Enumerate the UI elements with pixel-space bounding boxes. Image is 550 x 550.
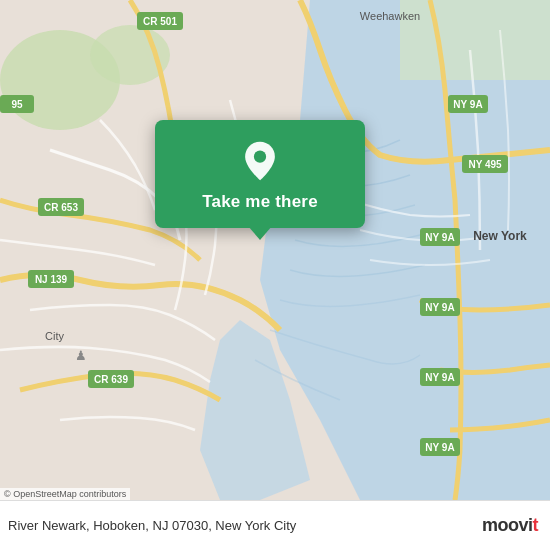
svg-point-32 xyxy=(254,151,266,163)
svg-text:NY 495: NY 495 xyxy=(468,159,502,170)
popup-card: Take me there xyxy=(155,120,365,228)
svg-text:Weehawken: Weehawken xyxy=(360,10,420,22)
svg-text:CR 501: CR 501 xyxy=(143,16,177,27)
location-pin-icon xyxy=(239,140,281,182)
svg-text:NY 9A: NY 9A xyxy=(425,302,454,313)
svg-text:City: City xyxy=(45,330,64,342)
svg-rect-5 xyxy=(400,0,550,80)
svg-text:♟: ♟ xyxy=(75,348,87,363)
address-text: River Newark, Hoboken, NJ 07030, New Yor… xyxy=(8,518,482,533)
svg-text:NJ 139: NJ 139 xyxy=(35,274,68,285)
osm-credit: © OpenStreetMap contributors xyxy=(0,488,130,500)
map-container: CR 501 95 CR 653 NJ 139 CR 639 NY 495 NY… xyxy=(0,0,550,500)
svg-text:95: 95 xyxy=(11,99,23,110)
svg-text:NY 9A: NY 9A xyxy=(453,99,482,110)
svg-text:New York: New York xyxy=(473,229,527,243)
svg-text:NY 9A: NY 9A xyxy=(425,442,454,453)
svg-text:NY 9A: NY 9A xyxy=(425,372,454,383)
svg-text:CR 639: CR 639 xyxy=(94,374,128,385)
moovit-logo-text: moovit xyxy=(482,515,538,536)
moovit-text-main: moovi xyxy=(482,515,533,535)
take-me-there-button[interactable]: Take me there xyxy=(202,192,318,212)
moovit-logo: moovit xyxy=(482,515,538,536)
bottom-bar: River Newark, Hoboken, NJ 07030, New Yor… xyxy=(0,500,550,550)
moovit-text-accent: t xyxy=(533,515,539,535)
svg-text:NY 9A: NY 9A xyxy=(425,232,454,243)
svg-text:CR 653: CR 653 xyxy=(44,202,78,213)
